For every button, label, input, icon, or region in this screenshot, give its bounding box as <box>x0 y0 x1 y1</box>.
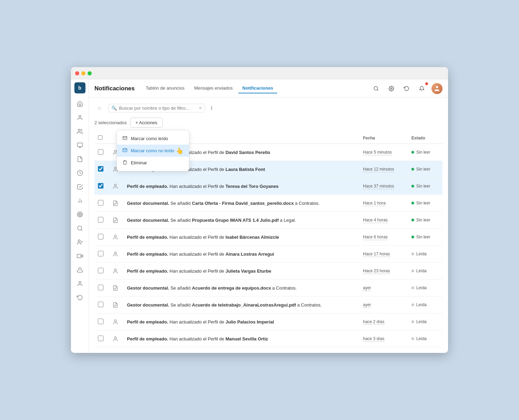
date-cell: Hace 6 horas <box>359 229 408 246</box>
tab-notificaciones[interactable]: Notificaciones <box>238 83 277 93</box>
status-text: Sin leer <box>416 201 430 206</box>
notif-text-cell: Gestor documental. Se añadió Acuerdo de … <box>124 296 359 313</box>
sidebar-item-chart[interactable] <box>74 139 86 152</box>
row-checkbox[interactable] <box>98 268 103 273</box>
person-icon <box>110 266 120 276</box>
svg-point-20 <box>79 281 81 283</box>
notif-text-cell: Perfil de empleado. Han actualizado el P… <box>124 330 359 347</box>
row-checkbox[interactable] <box>98 319 103 324</box>
notif-text: Perfil de empleado. Han actualizado el P… <box>127 268 271 274</box>
row-checkbox[interactable] <box>98 149 103 155</box>
row-checkbox[interactable] <box>98 251 103 256</box>
tab-tablon[interactable]: Tablón de anuncios <box>142 83 189 93</box>
notif-text: Gestor documental. Se añadió Acuerdo de … <box>127 285 297 291</box>
row-checkbox[interactable] <box>98 285 103 290</box>
date-cell: hace 3 días <box>359 330 408 347</box>
avatar[interactable] <box>431 83 443 94</box>
notif-icon-cell <box>107 313 124 330</box>
status-dot <box>411 337 414 340</box>
status-dot <box>411 202 414 204</box>
document-icon <box>110 300 120 310</box>
row-checkbox[interactable] <box>98 302 103 307</box>
date-cell: hace 2 días <box>359 313 408 330</box>
notif-icon-cell <box>107 178 124 195</box>
acciones-button[interactable]: + Acciones <box>130 118 162 128</box>
status-text: Leída <box>416 302 427 307</box>
row-checkbox[interactable] <box>98 200 103 206</box>
titlebar <box>71 67 448 80</box>
refresh-button[interactable] <box>401 83 412 94</box>
row-checkbox[interactable] <box>98 183 103 189</box>
search-bar: 🔍 ✕ <box>108 104 205 112</box>
bell-button[interactable] <box>416 83 427 94</box>
clear-icon[interactable]: ✕ <box>199 106 202 110</box>
selection-bar: 2 seleccionados + Acciones Marcar como l… <box>94 118 443 128</box>
select-all-checkbox[interactable] <box>98 135 102 140</box>
sidebar-item-group[interactable] <box>74 125 86 138</box>
bell-badge <box>425 82 428 85</box>
content-area: ☆ 🔍 ✕ ℹ 2 seleccionados + Acciones <box>89 98 448 353</box>
maximize-dot[interactable] <box>88 71 92 75</box>
row-checkbox[interactable] <box>98 217 103 222</box>
status-text: Leída <box>416 252 427 256</box>
notif-icon-cell <box>107 296 124 313</box>
dropdown-item-delete[interactable]: Eliminar <box>117 157 189 169</box>
close-dot[interactable] <box>75 71 79 75</box>
sidebar-item-clock[interactable] <box>74 167 86 179</box>
th-estado: Estado <box>408 133 443 144</box>
row-checkbox[interactable] <box>98 166 103 172</box>
sidebar-logo[interactable]: b <box>74 82 85 93</box>
sidebar-item-alert[interactable] <box>74 264 86 276</box>
table-row: Perfil de empleado. Han actualizado el P… <box>94 178 443 195</box>
mark-unread-icon <box>122 148 127 154</box>
search-input[interactable] <box>119 106 197 111</box>
svg-point-1 <box>78 129 80 131</box>
notif-text: Perfil de empleado. Han actualizado el P… <box>127 336 268 341</box>
status-cell: Leída <box>408 263 443 280</box>
svg-line-22 <box>377 90 378 91</box>
notif-text-cell: Perfil de empleado. Han actualizado el P… <box>124 178 359 195</box>
status-dot <box>411 320 414 323</box>
table-row: Gestor documental. Se añadió Propuesta G… <box>94 212 443 229</box>
svg-point-33 <box>114 252 116 254</box>
sidebar-item-camera[interactable] <box>74 250 86 262</box>
status-text: Leída <box>416 268 427 273</box>
notif-text-cell: Gestor documental. Se añadió Carta Ofert… <box>124 195 359 212</box>
svg-point-14 <box>78 240 80 242</box>
tab-mensajes[interactable]: Mensajes enviados <box>190 83 237 93</box>
person-icon <box>110 181 120 191</box>
table-row: Gestor documental. Se añadió Acuerdo de … <box>94 296 443 313</box>
favorite-button[interactable]: ☆ <box>94 103 104 113</box>
sidebar-item-home[interactable] <box>74 98 86 110</box>
dropdown-item-mark-unread[interactable]: Marcar como no leído 👆 <box>117 145 189 157</box>
status-cell: Sin leer <box>408 195 443 212</box>
sidebar-item-target[interactable] <box>74 208 86 221</box>
status-cell: Sin leer <box>408 161 443 178</box>
sidebar-item-person[interactable] <box>74 111 86 124</box>
person-icon <box>110 334 120 344</box>
sidebar-item-analytics[interactable] <box>74 194 86 207</box>
status-cell: Sin leer <box>408 229 443 246</box>
svg-point-34 <box>114 269 116 271</box>
row-checkbox[interactable] <box>98 234 103 239</box>
sidebar-item-person-add[interactable] <box>74 236 86 248</box>
row-checkbox[interactable] <box>98 336 103 341</box>
search-button[interactable] <box>371 83 382 94</box>
status-text: Sin leer <box>416 150 430 155</box>
table-row: Gestor documental. Se añadió Carta Ofert… <box>94 195 443 212</box>
mark-read-icon <box>122 136 127 141</box>
sidebar-item-check[interactable] <box>74 181 86 193</box>
date-cell: ayer <box>359 280 408 296</box>
svg-point-21 <box>374 86 378 90</box>
sidebar-item-file[interactable] <box>74 153 86 165</box>
table-row: Perfil de empleado. Han actualizado el P… <box>94 229 443 246</box>
sidebar-item-search-people[interactable] <box>74 222 86 235</box>
minimize-dot[interactable] <box>81 71 85 75</box>
notif-text-cell: Gestor documental. Se añadió Acuerdo de … <box>124 280 359 296</box>
date-cell: Hace 5 minutos <box>359 144 408 161</box>
info-icon[interactable]: ℹ <box>211 105 212 111</box>
sidebar-item-person-settings[interactable] <box>74 277 86 290</box>
settings-button[interactable] <box>386 83 397 94</box>
sidebar-item-history[interactable] <box>74 291 86 304</box>
dropdown-item-mark-read[interactable]: Marcar como leído <box>117 133 189 145</box>
